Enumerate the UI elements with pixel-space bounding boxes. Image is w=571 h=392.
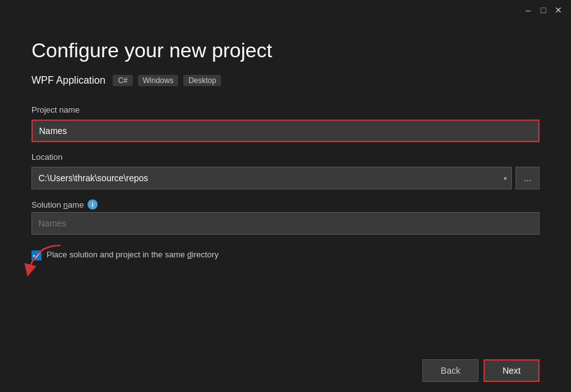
checkbox-row: Place solution and project in the same d… <box>31 250 540 260</box>
location-select[interactable]: C:\Users\thrak\source\repos <box>31 167 512 189</box>
info-icon[interactable]: i <box>88 199 98 210</box>
minimize-button[interactable]: – <box>523 5 533 15</box>
title-bar: – □ ✕ <box>0 0 571 20</box>
project-name-label: Project name <box>31 105 540 115</box>
window: – □ ✕ Configure your new project WPF App… <box>0 0 571 392</box>
same-directory-checkbox[interactable] <box>31 250 42 260</box>
project-type-row: WPF Application C# Windows Desktop <box>31 75 540 86</box>
project-name-input[interactable] <box>31 120 540 142</box>
main-content: Configure your new project WPF Applicati… <box>0 20 571 349</box>
bottom-bar: Back Next <box>0 349 571 392</box>
tag-desktop: Desktop <box>183 75 221 86</box>
solution-name-label: Solution name <box>31 200 84 210</box>
next-button[interactable]: Next <box>483 359 540 382</box>
location-input-wrapper: C:\Users\thrak\source\repos ▾ <box>31 167 512 189</box>
checkbox-label[interactable]: Place solution and project in the same d… <box>47 250 218 259</box>
close-button[interactable]: ✕ <box>553 5 563 15</box>
tag-windows: Windows <box>138 75 179 86</box>
title-bar-controls: – □ ✕ <box>523 5 563 15</box>
project-type-label: WPF Application <box>31 75 105 86</box>
browse-button[interactable]: ... <box>516 167 540 189</box>
tag-csharp: C# <box>113 75 132 86</box>
back-button[interactable]: Back <box>422 359 478 382</box>
solution-label-row: Solution name i <box>31 199 540 210</box>
project-name-group: Project name <box>31 105 540 142</box>
solution-name-group: Solution name i <box>31 199 540 235</box>
form-section: Project name Location C:\Users\thrak\sou… <box>31 105 540 337</box>
location-group: Location C:\Users\thrak\source\repos ▾ .… <box>31 152 540 189</box>
location-label: Location <box>31 152 540 162</box>
page-title: Configure your new project <box>31 39 540 62</box>
location-row: C:\Users\thrak\source\repos ▾ ... <box>31 167 540 189</box>
maximize-button[interactable]: □ <box>538 5 548 15</box>
solution-name-input[interactable] <box>31 212 540 235</box>
